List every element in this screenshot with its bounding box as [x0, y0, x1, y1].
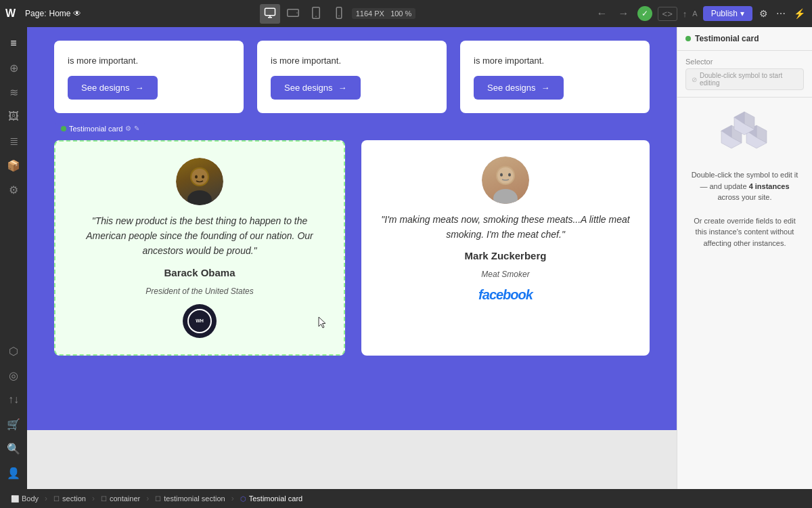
- toolbar-left: W Page: Home 👁: [5, 7, 81, 20]
- design-card-3[interactable]: is more important. See designs →: [460, 41, 650, 113]
- card-text-3: is more important.: [474, 54, 636, 68]
- zuckerberg-quote: "I'm making meats now, smoking these mea…: [378, 212, 633, 242]
- symbol-icon: ⬡: [240, 495, 246, 503]
- right-panel: Testimonial card Selector ⊘ Double-click…: [677, 27, 812, 489]
- sidebar-icon-select2[interactable]: ◎: [3, 364, 24, 386]
- svg-point-4: [315, 16, 317, 17]
- sidebar-icon-assets[interactable]: 🖼: [3, 106, 24, 127]
- sidebar-icon-settings[interactable]: ⚙: [3, 179, 24, 200]
- zoom-display: 1164 PX 100 %: [352, 8, 416, 19]
- sidebar-icon-layers[interactable]: ≋: [3, 81, 24, 103]
- sidebar-icon-search[interactable]: 🔍: [3, 438, 24, 459]
- page-eye-icon: 👁: [73, 9, 81, 18]
- svg-point-14: [497, 167, 514, 184]
- breadcrumb-bar: ⬜ Body › ☐ section › ☐ container › ☐ tes…: [0, 489, 812, 508]
- breadcrumb-section[interactable]: ☐ section: [48, 493, 91, 504]
- svg-point-8: [187, 190, 212, 205]
- see-designs-arrow-1: →: [135, 83, 144, 93]
- design-card-1[interactable]: is more important. See designs →: [54, 41, 244, 113]
- see-designs-btn-3[interactable]: See designs →: [474, 76, 564, 100]
- svg-point-11: [202, 175, 204, 178]
- sidebar-icon-menu[interactable]: ≡: [3, 33, 24, 54]
- card-text-2: is more important.: [271, 54, 433, 68]
- body-icon: ⬜: [11, 495, 19, 503]
- settings-icon[interactable]: ⚙: [758, 7, 769, 20]
- obama-title: President of the United States: [145, 287, 253, 296]
- panel-title: Testimonial card: [695, 34, 759, 43]
- testimonial-card-obama[interactable]: Testimonial card ⚙ ✎: [54, 140, 345, 356]
- svg-point-2: [296, 12, 298, 14]
- testimonial-card-zuckerberg[interactable]: "I'm making meats now, smoking these mea…: [361, 140, 650, 356]
- device-desktop-btn[interactable]: [260, 4, 280, 24]
- breadcrumb-body[interactable]: ⬜ Body: [5, 493, 44, 504]
- toolbar-center: 1164 PX 100 %: [260, 4, 416, 24]
- see-designs-arrow-3: →: [541, 83, 550, 93]
- canvas-area[interactable]: is more important. See designs → is more…: [27, 27, 677, 489]
- label-settings-icon[interactable]: ⚙: [125, 125, 131, 132]
- bottom-blue-section: [27, 376, 677, 430]
- network-icon[interactable]: ⋯: [775, 7, 787, 20]
- bc-sep-4: ›: [231, 494, 234, 503]
- user-icon: A: [692, 9, 697, 18]
- share-button[interactable]: ↑: [683, 9, 687, 19]
- canvas-content: is more important. See designs → is more…: [27, 27, 677, 430]
- breadcrumb-testimonial-section-label: testimonial section: [164, 494, 225, 503]
- design-card-2[interactable]: is more important. See designs →: [257, 41, 447, 113]
- selector-input[interactable]: ⊘ Double-click symbol to start editing: [685, 68, 804, 90]
- breadcrumb-testimonial-section[interactable]: ☐ testimonial section: [150, 493, 231, 504]
- page-name[interactable]: Home: [49, 9, 70, 18]
- panel-description-1: Double-click the symbol to edit it — and…: [688, 169, 801, 203]
- obama-name: Barack Obama: [164, 267, 235, 278]
- publish-chevron-icon: ▾: [740, 9, 744, 18]
- more-icon[interactable]: ⚡: [792, 7, 807, 20]
- code-toggle-button[interactable]: <>: [658, 7, 677, 21]
- sidebar-icon-add[interactable]: ⊕: [3, 57, 24, 79]
- cube-illustration: [718, 108, 772, 163]
- label-green-dot: [61, 126, 66, 131]
- sidebar-icon-analytics[interactable]: ↑↓: [3, 389, 24, 410]
- see-designs-btn-2[interactable]: See designs →: [271, 76, 361, 100]
- label-edit-icon[interactable]: ✎: [134, 125, 139, 132]
- main-layout: ≡ ⊕ ≋ 🖼 ≣ 📦 ⚙ ⬡ ◎ ↑↓ 🛒 🔍 👤 is more impor…: [0, 27, 812, 489]
- left-sidebar: ≡ ⊕ ≋ 🖼 ≣ 📦 ⚙ ⬡ ◎ ↑↓ 🛒 🔍 👤: [0, 27, 27, 489]
- see-designs-label-3: See designs: [487, 83, 536, 93]
- breadcrumb-testimonial-card[interactable]: ⬡ Testimonial card: [235, 493, 308, 504]
- facebook-logo: facebook: [478, 287, 533, 303]
- testimonial-card-label-text: Testimonial card: [69, 125, 122, 133]
- page-label: Page:: [25, 9, 46, 18]
- bc-sep-1: ›: [45, 494, 47, 503]
- sidebar-icon-user[interactable]: 👤: [3, 462, 24, 484]
- app-logo[interactable]: W: [5, 7, 16, 20]
- cubes-svg: [718, 108, 772, 163]
- panel-description-2: Or create override fields to edit this i…: [688, 215, 801, 249]
- obama-figure-svg: [176, 158, 223, 205]
- zuckerberg-name: Mark Zuckerberg: [465, 250, 547, 261]
- bc-sep-2: ›: [92, 494, 95, 503]
- breadcrumb-testimonial-card-label: Testimonial card: [249, 494, 302, 503]
- breadcrumb-container[interactable]: ☐ container: [95, 493, 145, 504]
- main-toolbar: W Page: Home 👁 1164 PX 100 % ← → ✓ <> ↑: [0, 0, 812, 27]
- device-tablet-portrait-btn[interactable]: [306, 4, 326, 24]
- see-designs-btn-1[interactable]: See designs →: [68, 76, 158, 100]
- breadcrumb-body-label: Body: [22, 494, 39, 503]
- redo-button[interactable]: →: [616, 6, 632, 21]
- zoom-percent: 100 %: [390, 9, 411, 18]
- sidebar-icon-cart[interactable]: 🛒: [3, 413, 24, 435]
- sidebar-icon-pages[interactable]: ≣: [3, 130, 24, 152]
- panel-selector-section: Selector ⊘ Double-click symbol to start …: [677, 51, 812, 98]
- see-designs-label-2: See designs: [284, 83, 333, 93]
- testimonial-section-icon: ☐: [155, 495, 161, 503]
- wh-text: WH: [196, 318, 204, 323]
- sidebar-icon-components[interactable]: 📦: [3, 154, 24, 176]
- whitehouse-logo: WH: [183, 304, 217, 338]
- svg-point-6: [338, 15, 340, 16]
- sidebar-icon-select[interactable]: ⬡: [3, 340, 24, 362]
- breadcrumb-section-label: section: [62, 494, 86, 503]
- panel-green-dot: [685, 36, 691, 41]
- device-mobile-btn[interactable]: [329, 4, 349, 24]
- publish-button[interactable]: Publish ▾: [703, 6, 752, 21]
- device-tablet-landscape-btn[interactable]: [283, 4, 303, 24]
- zuckerberg-avatar: [482, 156, 529, 204]
- undo-button[interactable]: ←: [594, 6, 610, 21]
- bc-sep-3: ›: [146, 494, 149, 503]
